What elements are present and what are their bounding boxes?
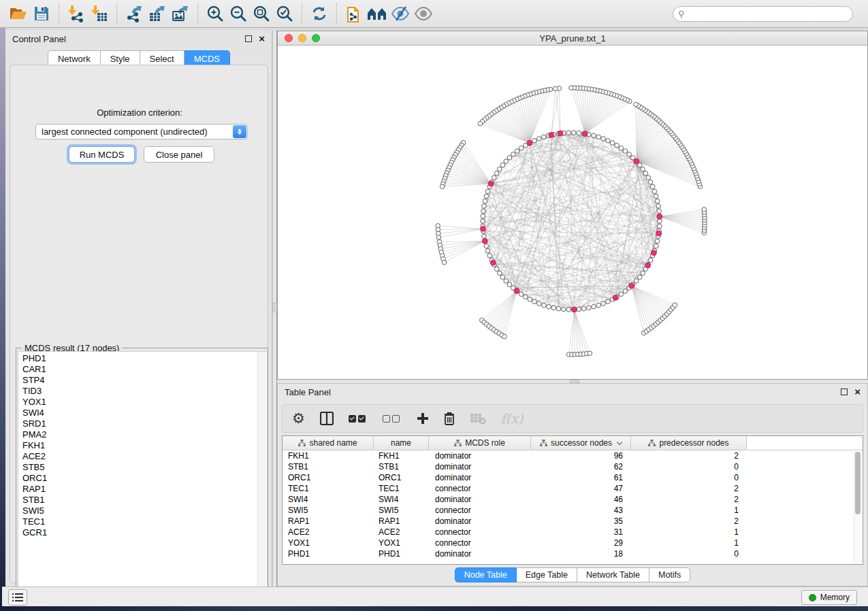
task-history-button[interactable] <box>8 589 27 606</box>
mcds-result-item[interactable]: STB1 <box>22 495 267 506</box>
mcds-result-item[interactable]: STP4 <box>22 375 267 386</box>
zoom-fit-icon[interactable] <box>250 3 273 24</box>
export-table-icon[interactable] <box>146 3 169 24</box>
export-network-icon[interactable] <box>123 3 146 24</box>
show-all-icon[interactable] <box>412 3 435 24</box>
mcds-result-list[interactable]: PHD1CAR1STP4TID3YOX1SWI4SRD1PMA2FKH1ACE2… <box>18 351 268 600</box>
save-session-icon[interactable] <box>30 3 53 24</box>
hide-selected-icon[interactable] <box>389 3 412 24</box>
table-cell: 0 <box>631 548 747 559</box>
new-network-from-selection-icon[interactable] <box>342 3 366 24</box>
mcds-result-item[interactable]: STB5 <box>22 462 267 473</box>
open-file-icon[interactable] <box>7 3 30 24</box>
close-panel-button[interactable]: Close panel <box>144 146 214 163</box>
table-row[interactable]: ACE2ACE2connector311 <box>283 527 863 538</box>
scrollbar-thumb[interactable] <box>855 452 861 514</box>
table-cell: RAP1 <box>283 516 374 527</box>
table-cell: ORC1 <box>283 472 374 483</box>
mcds-result-item[interactable]: FKH1 <box>22 440 267 451</box>
zoom-out-icon[interactable] <box>227 3 250 24</box>
toolbar-separator <box>116 3 117 24</box>
run-mcds-button[interactable]: Run MCDS <box>69 146 135 163</box>
memory-button[interactable]: Memory <box>801 590 857 605</box>
column-header-predecessor-nodes[interactable]: predecessor nodes <box>631 436 747 450</box>
search-field[interactable]: ⚲ <box>673 6 853 22</box>
tab-network-table[interactable]: Network Table <box>577 567 649 582</box>
mcds-result-item[interactable]: CAR1 <box>22 364 267 375</box>
mcds-list-scrollbar[interactable] <box>257 352 266 599</box>
network-canvas[interactable] <box>278 46 867 379</box>
mcds-result-item[interactable]: ACE2 <box>22 451 267 462</box>
tab-edge-table[interactable]: Edge Table <box>517 567 577 582</box>
mcds-result-item[interactable]: SWI4 <box>22 408 267 418</box>
close-panel-icon[interactable]: × <box>854 389 861 395</box>
table-row[interactable]: RAP1RAP1dominator352 <box>283 516 863 527</box>
import-network-icon[interactable] <box>65 3 88 24</box>
table-cell: connector <box>429 505 531 516</box>
gear-icon[interactable]: ⚙ <box>292 408 305 429</box>
mcds-result-item[interactable]: TID3 <box>22 386 267 397</box>
zoom-selected-icon[interactable] <box>273 3 296 24</box>
refresh-layout-icon[interactable] <box>308 3 331 24</box>
deselect-all-icon[interactable] <box>383 408 402 429</box>
select-stepper-icon[interactable] <box>233 125 246 138</box>
tab-motifs[interactable]: Motifs <box>649 567 690 582</box>
table-cell: TEC1 <box>374 483 429 494</box>
status-bar: Memory <box>2 587 868 606</box>
column-header-MCDS-role[interactable]: MCDS role <box>429 436 531 450</box>
table-cell: 35 <box>531 516 631 527</box>
mcds-result-item[interactable]: YOX1 <box>22 397 267 408</box>
float-panel-icon[interactable] <box>245 35 252 42</box>
criterion-select[interactable]: largest connected component (undirected) <box>35 124 248 139</box>
table-row[interactable]: ORC1ORC1dominator610 <box>283 472 863 483</box>
table-row[interactable]: SWI5SWI5connector431 <box>283 505 863 516</box>
float-panel-icon[interactable] <box>841 389 848 395</box>
table-cell <box>747 483 863 494</box>
mcds-result-item[interactable]: RAP1 <box>22 484 267 495</box>
mcds-result-item[interactable]: GCR1 <box>22 527 267 538</box>
table-cell: PHD1 <box>374 548 429 559</box>
column-header-successor-nodes[interactable]: successor nodes <box>531 436 631 450</box>
table-cell: dominator <box>429 494 531 505</box>
table-row[interactable]: TEC1TEC1connector472 <box>283 483 863 494</box>
close-window-icon[interactable] <box>285 34 293 42</box>
mcds-result-item[interactable]: SRD1 <box>22 418 267 429</box>
table-row[interactable]: PHD1PHD1dominator180 <box>283 548 863 559</box>
maximize-window-icon[interactable] <box>312 34 320 42</box>
column-header-name[interactable]: name <box>374 436 429 450</box>
select-all-icon[interactable] <box>349 408 368 429</box>
table-scrollbar[interactable] <box>854 452 861 563</box>
vertical-splitter[interactable] <box>272 31 277 587</box>
table-row[interactable]: STB1STB1dominator620 <box>283 461 863 472</box>
delete-column-icon[interactable] <box>444 408 455 429</box>
add-column-icon[interactable] <box>417 408 429 429</box>
mcds-result-item[interactable]: PMA2 <box>22 429 267 440</box>
first-neighbors-icon[interactable] <box>366 3 389 24</box>
export-image-icon[interactable] <box>169 3 192 24</box>
mcds-result-item[interactable]: TEC1 <box>22 516 267 527</box>
column-header-shared-name[interactable]: shared name <box>283 436 374 450</box>
table-cell: STB1 <box>283 461 374 472</box>
table-cell <box>747 461 863 472</box>
mcds-result-item[interactable]: PHD1 <box>22 353 267 364</box>
table-row[interactable]: FKH1FKH1dominator962 <box>283 450 863 461</box>
node-table[interactable]: shared namenameMCDS rolesuccessor nodesp… <box>282 435 863 565</box>
table-row[interactable]: YOX1YOX1connector291 <box>283 538 863 548</box>
mcds-result-item[interactable]: SWI5 <box>22 506 267 516</box>
import-table-icon[interactable] <box>88 3 111 24</box>
close-panel-icon[interactable]: × <box>259 35 265 42</box>
zoom-in-icon[interactable] <box>204 3 227 24</box>
minimize-window-icon[interactable] <box>298 34 306 42</box>
tab-node-table[interactable]: Node Table <box>455 567 517 582</box>
table-cell: dominator <box>429 450 531 461</box>
table-cell: STB1 <box>374 461 429 472</box>
table-row[interactable]: SWI4SWI4dominator462 <box>283 494 863 505</box>
toolbar-separator <box>336 3 337 24</box>
table-cell: PHD1 <box>283 548 374 559</box>
search-input[interactable] <box>673 6 853 22</box>
splitter-grip[interactable] <box>272 303 277 312</box>
network-window-titlebar[interactable]: YPA_prune.txt_1 <box>278 31 867 46</box>
mcds-result-item[interactable]: ORC1 <box>22 473 267 484</box>
columns-icon[interactable] <box>320 408 334 429</box>
table-cell: 0 <box>631 472 747 483</box>
